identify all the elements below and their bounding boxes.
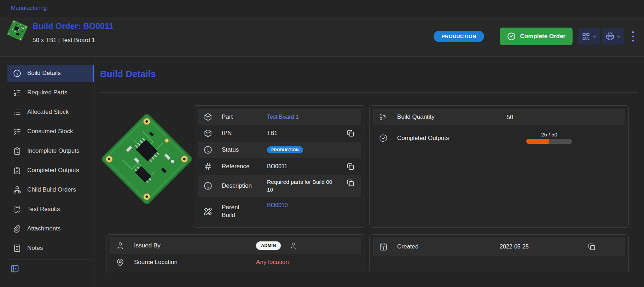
detail-row-completed-outputs: Completed Outputs 25 / 50 (373, 126, 625, 151)
list-numbers-icon (13, 88, 22, 97)
main-panel: Build Details Part Test Board 1 IPN TB1 … (94, 57, 644, 287)
sidebar-item-notes[interactable]: Notes (7, 240, 94, 257)
clipboard-check-icon (13, 166, 22, 175)
sidebar-collapse-button[interactable] (10, 264, 20, 274)
progress-bar-fill (526, 139, 549, 144)
sidebar: Build Details Required Parts Allocated S… (0, 57, 94, 287)
complete-order-button[interactable]: Complete Order (500, 28, 573, 45)
qrcode-icon (581, 32, 591, 41)
sitemap-icon (13, 186, 22, 194)
sidebar-item-build-details[interactable]: Build Details (7, 65, 94, 82)
sidebar-item-consumed-stock[interactable]: Consumed Stock (7, 123, 94, 140)
breadcrumb-link-manufacturing[interactable]: Manufacturing (11, 5, 47, 11)
status-badge: PRODUCTION (434, 31, 484, 42)
circle-check-icon (507, 32, 516, 41)
box-icon (203, 129, 213, 138)
build-details-card: Part Test Board 1 IPN TB1 Status PRODUCT… (194, 105, 365, 228)
part-link[interactable]: Test Board 1 (267, 114, 299, 120)
file-check-icon (13, 205, 22, 214)
part-image (101, 106, 193, 212)
sidebar-item-completed-outputs[interactable]: Completed Outputs (7, 162, 94, 179)
page-title: Build Order: BO0011 (33, 22, 114, 31)
dots-vertical-icon (629, 30, 637, 43)
chevron-down-icon (592, 34, 597, 39)
info-circle-icon (203, 181, 213, 191)
detail-row-created: Created 2022-05-25 (373, 238, 625, 256)
issued-by-badge: ADMIN (256, 241, 281, 250)
copy-description-button[interactable] (346, 178, 355, 187)
print-actions-button[interactable] (602, 28, 624, 45)
printer-icon (605, 32, 615, 41)
detail-row-ipn: IPN TB1 (198, 125, 361, 141)
panel-title: Build Details (100, 69, 156, 80)
detail-row-source-location: Source Location Any location (110, 254, 361, 270)
notes-icon (13, 244, 22, 253)
detail-row-status: Status PRODUCTION (198, 142, 361, 158)
progress-check-icon (379, 134, 388, 143)
map-pin-icon (116, 258, 125, 267)
info-circle-icon (203, 145, 213, 154)
detail-row-description: Description Required parts for Build 001… (198, 175, 361, 197)
detail-row-build-quantity: Build Quantity 50 (373, 109, 625, 125)
user-icon (116, 241, 125, 250)
chevron-down-icon (616, 34, 621, 39)
calendar-icon (379, 242, 388, 251)
sidebar-item-required-parts[interactable]: Required Parts (7, 84, 94, 101)
numbers-123-icon (379, 113, 388, 122)
sidebar-item-child-build-orders[interactable]: Child Build Orders (7, 181, 94, 198)
sidebar-item-allocated-stock[interactable]: Allocated Stock (7, 104, 94, 121)
page-header: Build Order: BO0011 50 x TB1 | Test Boar… (0, 17, 644, 57)
hash-icon (203, 162, 213, 171)
sidebar-divider (6, 259, 94, 259)
copy-ipn-button[interactable] (346, 129, 355, 137)
tools-icon (203, 207, 213, 216)
user-icon (289, 241, 297, 250)
parent-build-link[interactable]: BO0010 (267, 202, 288, 208)
more-actions-button[interactable] (629, 29, 637, 44)
sidebar-item-test-results[interactable]: Test Results (7, 201, 94, 218)
clipboard-list-icon (13, 147, 22, 156)
status-badge: PRODUCTION (267, 146, 303, 153)
copy-created-button[interactable] (587, 242, 597, 251)
part-thumbnail (7, 20, 28, 41)
info-circle-icon (13, 69, 22, 78)
copy-reference-button[interactable] (346, 162, 355, 171)
sidebar-collapse-icon (10, 264, 20, 274)
completed-outputs-progress: 25 / 50 (526, 131, 572, 144)
source-location-value: Any location (256, 259, 289, 265)
page-subtitle: 50 x TB1 | Test Board 1 (33, 37, 114, 44)
detail-row-parent-build: Parent Build BO0010 (198, 198, 361, 225)
box-icon (203, 112, 213, 122)
paperclip-icon (13, 224, 22, 233)
barcode-actions-button[interactable] (578, 28, 600, 45)
breadcrumb: Manufacturing (0, 0, 644, 16)
sidebar-item-incomplete-outputs[interactable]: Incomplete Outputs (7, 142, 94, 159)
order-meta-card: Created 2022-05-25 (369, 234, 629, 273)
issue-info-card: Issued By ADMIN Source Location Any loca… (106, 234, 365, 273)
detail-row-reference: Reference BO0011 (198, 159, 361, 174)
sidebar-item-attachments[interactable]: Attachments (7, 220, 94, 237)
panel-divider (100, 92, 638, 93)
detail-row-part: Part Test Board 1 (198, 109, 361, 125)
progress-bar (526, 139, 572, 144)
build-progress-card: Build Quantity 50 Completed Outputs 25 /… (369, 105, 629, 228)
detail-row-issued-by: Issued By ADMIN (110, 238, 361, 254)
list-icon (13, 108, 22, 117)
list-check-icon (13, 127, 22, 136)
